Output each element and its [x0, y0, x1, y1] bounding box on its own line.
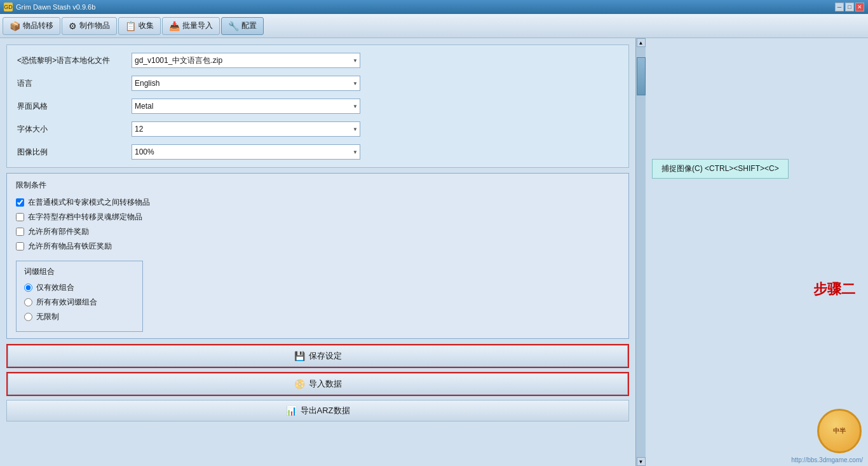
style-label: 界面风格 [17, 101, 132, 112]
fontsize-control: 12 [132, 121, 360, 137]
import-btn-wrapper: 📀 导入数据 [6, 372, 629, 396]
checkbox-smithing[interactable] [16, 242, 24, 250]
import-button[interactable]: 📀 导入数据 [8, 373, 628, 395]
checkbox-soul-bind[interactable] [16, 213, 24, 221]
step2-label: 步骤二 [813, 280, 855, 299]
localization-control: gd_v1001_中文语言包.zip [132, 53, 360, 68]
app-icon: GD [4, 3, 13, 11]
constraints-box: 限制条件 在普通模式和专家模式之间转移物品 在字符型存档中转移灵魂绑定物品 允许… [6, 173, 629, 339]
checkbox-soul-bind-label: 在字符型存档中转移灵魂绑定物品 [28, 212, 142, 223]
transfer-icon: 📦 [10, 21, 20, 31]
title-bar: GD Grim Dawn Stash v0.9.6b ─ □ ✕ [0, 0, 868, 14]
fontsize-select[interactable]: 12 [132, 121, 360, 137]
right-sidebar: 捕捉图像(C) <CTRL><SHIFT><C> 步骤二 中半 http://b… [646, 38, 868, 466]
scroll-up[interactable]: ▲ [637, 38, 646, 47]
capture-button[interactable]: 捕捉图像(C) <CTRL><SHIFT><C> [652, 159, 789, 179]
checkbox-row-1: 在普通模式和专家模式之间转移物品 [16, 197, 620, 208]
tab-batch-label: 批量导入 [182, 20, 213, 31]
main-area: <恐慌黎明>语言本地化文件 gd_v1001_中文语言包.zip 语言 Engl… [0, 38, 868, 466]
tab-transfer[interactable]: 📦 物品转移 [3, 17, 60, 35]
localization-label: <恐慌黎明>语言本地化文件 [17, 55, 132, 66]
tab-config-label: 配置 [241, 20, 257, 31]
radio-valid-only-label: 仅有效组合 [36, 282, 74, 293]
export-btn-wrapper: 📊 导出ARZ数据 [6, 400, 629, 421]
radio-valid-only[interactable] [24, 284, 32, 292]
minimize-button[interactable]: ─ [835, 3, 844, 11]
localization-row: <恐慌黎明>语言本地化文件 gd_v1001_中文语言包.zip [17, 51, 618, 69]
style-row: 界面风格 Metal [17, 97, 618, 115]
affix-box: 词缀组合 仅有效组合 所有有效词缀组合 无限制 [16, 261, 143, 332]
constraints-title: 限制条件 [16, 180, 620, 191]
scrollbar-thumb[interactable] [637, 57, 646, 95]
scale-select[interactable]: 100% [132, 144, 360, 160]
radio-unlimited[interactable] [24, 313, 32, 321]
fontsize-select-wrapper: 12 [132, 121, 360, 137]
save-icon: 💾 [294, 351, 305, 361]
tab-collect-label: 收集 [139, 20, 154, 31]
checkbox-transfer[interactable] [16, 198, 24, 207]
tab-config[interactable]: 🔧 配置 [221, 17, 264, 35]
batch-icon: 📥 [169, 21, 180, 31]
radio-all-valid-label: 所有有效词缀组合 [36, 297, 97, 308]
checkbox-transfer-label: 在普通模式和专家模式之间转移物品 [28, 197, 150, 208]
style-control: Metal [132, 99, 360, 114]
export-button[interactable]: 📊 导出ARZ数据 [6, 400, 629, 421]
watermark: http://bbs.3dmgame.com/ [791, 456, 863, 463]
localization-select-wrapper: gd_v1001_中文语言包.zip [132, 53, 360, 68]
radio-row-1: 仅有效组合 [24, 282, 135, 293]
scroll-down[interactable]: ▼ [637, 457, 646, 466]
scale-row: 图像比例 100% [17, 143, 618, 161]
affix-title: 词缀组合 [24, 266, 135, 277]
localization-section: <恐慌黎明>语言本地化文件 gd_v1001_中文语言包.zip 语言 Engl… [6, 45, 629, 168]
window-title: Grim Dawn Stash v0.9.6b [16, 3, 835, 11]
fontsize-label: 字体大小 [17, 124, 132, 135]
tab-craft-label: 制作物品 [79, 20, 110, 31]
checkbox-components[interactable] [16, 228, 24, 236]
radio-row-3: 无限制 [24, 312, 135, 322]
language-control: English [132, 76, 360, 91]
capture-area: 捕捉图像(C) <CTRL><SHIFT><C> [652, 159, 862, 179]
checkbox-row-2: 在字符型存档中转移灵魂绑定物品 [16, 212, 620, 223]
fontsize-row: 字体大小 12 [17, 120, 618, 138]
language-select-wrapper: English [132, 76, 360, 91]
import-icon: 📀 [294, 379, 305, 389]
mascot-text: 中半 [833, 427, 846, 435]
config-icon: 🔧 [228, 21, 239, 31]
toolbar: 📦 物品转移 ⚙ 制作物品 📋 收集 📥 批量导入 🔧 配置 [0, 14, 868, 38]
language-label: 语言 [17, 78, 132, 89]
collect-icon: 📋 [125, 21, 136, 31]
scrollbar[interactable]: ▲ ▼ [635, 38, 646, 466]
save-button-label: 保存设定 [309, 350, 342, 362]
radio-unlimited-label: 无限制 [36, 312, 59, 322]
localization-select[interactable]: gd_v1001_中文语言包.zip [132, 53, 360, 68]
close-button[interactable]: ✕ [855, 3, 864, 11]
checkbox-smithing-label: 允许所有物品有铁匠奖励 [28, 241, 112, 252]
action-buttons: 💾 保存设定 📀 导入数据 📊 导出ARZ数据 [6, 344, 629, 421]
export-icon: 📊 [286, 406, 297, 416]
scale-control: 100% [132, 144, 360, 160]
style-select-wrapper: Metal [132, 99, 360, 114]
scale-label: 图像比例 [17, 147, 132, 158]
checkbox-row-3: 允许所有部件奖励 [16, 226, 620, 237]
maximize-button[interactable]: □ [845, 3, 854, 11]
save-button[interactable]: 💾 保存设定 [8, 345, 628, 367]
tab-batch[interactable]: 📥 批量导入 [162, 17, 220, 35]
content-panel: <恐慌黎明>语言本地化文件 gd_v1001_中文语言包.zip 语言 Engl… [0, 38, 635, 466]
craft-icon: ⚙ [69, 21, 77, 31]
capture-label: 捕捉图像(C) <CTRL><SHIFT><C> [661, 164, 779, 173]
language-row: 语言 English [17, 74, 618, 92]
checkbox-components-label: 允许所有部件奖励 [28, 226, 89, 237]
tab-transfer-label: 物品转移 [23, 20, 53, 31]
import-button-label: 导入数据 [309, 378, 342, 390]
save-btn-wrapper: 💾 保存设定 [6, 344, 629, 368]
radio-row-2: 所有有效词缀组合 [24, 297, 135, 308]
window-controls: ─ □ ✕ [835, 3, 864, 11]
radio-all-valid[interactable] [24, 298, 32, 306]
scale-select-wrapper: 100% [132, 144, 360, 160]
style-select[interactable]: Metal [132, 99, 360, 114]
mascot: 中半 [817, 409, 862, 453]
tab-collect[interactable]: 📋 收集 [118, 17, 161, 35]
language-select[interactable]: English [132, 76, 360, 91]
export-button-label: 导出ARZ数据 [301, 405, 350, 416]
tab-craft[interactable]: ⚙ 制作物品 [62, 17, 117, 35]
